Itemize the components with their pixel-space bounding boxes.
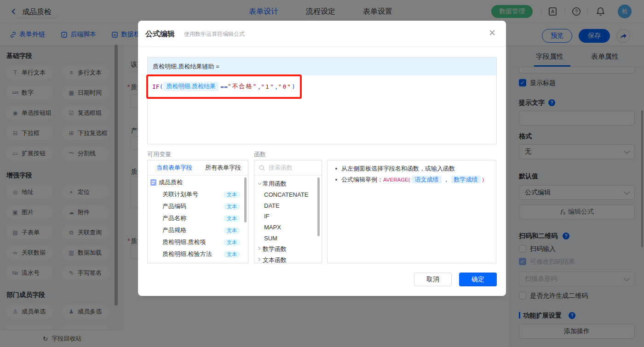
bullet [335,168,337,170]
function-group[interactable]: 文本函数 [254,255,322,266]
field-type-badge: 文本 [224,203,240,210]
tree-field[interactable]: 产品编码文本 [148,200,248,212]
function-search[interactable]: 搜索函数 [254,160,322,176]
variables-tab-1[interactable]: 当前表单字段 [156,164,192,172]
bullet [335,179,337,181]
formula-target: 质检明细.质检结果辅助 = [148,57,496,75]
tree-root[interactable]: 成品质检 [148,176,248,188]
form-icon [150,179,156,186]
confirm-button[interactable]: 确定 [459,273,497,286]
tree-field[interactable]: 质检明细.质检项文本 [148,236,248,248]
search-icon [259,165,265,171]
functions-scrollbar[interactable] [317,177,320,236]
chevron-right-icon [256,246,263,251]
search-placeholder: 搜索函数 [269,164,293,172]
tree-field[interactable]: 关联计划单号文本 [148,188,248,200]
annotation-highlight [146,74,302,99]
field-type-badge: 文本 [224,191,240,198]
cancel-button[interactable]: 取消 [414,273,452,286]
chevron-down-icon [256,181,263,186]
variables-scrollbar[interactable] [244,177,247,222]
function-item[interactable]: MAPX [254,222,322,233]
function-item[interactable]: SUM [254,233,322,244]
variables-tabs: 当前表单字段所有表单字段 [148,160,248,176]
dialog-subtitle: 使用数学运算符编辑公式 [184,30,245,38]
field-type-badge: 文本 [224,227,240,234]
formula-help-panel: 从左侧面板选择字段名和函数，或输入函数公式编辑举例：AVERAGE(语文成绩，数… [327,160,496,263]
functions-panel: 搜索函数 常用函数CONCATENATEDATEIFMAPXSUM数学函数文本函… [254,160,322,263]
field-type-badge: 文本 [224,251,240,258]
formula-editor: 质检明细.质检结果辅助 = IF(质检明细.质检结果=="不合格","1","0… [147,57,497,144]
functions-label: 函数 [254,150,266,159]
function-item[interactable]: DATE [254,200,322,211]
help-tip: 公式编辑举例：AVERAGE(语文成绩，数学成绩) [332,175,489,184]
help-tip: 从左侧面板选择字段名和函数，或输入函数 [332,164,489,173]
formula-edit-dialog: 公式编辑 使用数学运算符编辑公式 ✕ 质检明细.质检结果辅助 = IF(质检明细… [138,21,506,296]
function-group[interactable]: 数学函数 [254,244,322,255]
dialog-header: 公式编辑 使用数学运算符编辑公式 ✕ [138,21,506,47]
close-icon[interactable]: ✕ [488,28,497,38]
tree-field[interactable]: 质检明细.检验方法文本 [148,248,248,260]
field-type-badge: 文本 [224,215,240,222]
variables-panel: 当前表单字段所有表单字段 成品质检关联计划单号文本产品编码文本产品名称文本产品规… [147,160,248,263]
tree-field[interactable]: 产品规格文本 [148,224,248,236]
dialog-title: 公式编辑 [145,29,175,39]
function-group[interactable]: 常用函数 [254,178,322,189]
function-item[interactable]: IF [254,211,322,222]
chevron-right-icon [256,257,263,262]
function-item[interactable]: CONCATENATE [254,189,322,200]
variables-tab-2[interactable]: 所有表单字段 [205,164,241,172]
field-type-badge: 文本 [224,239,240,246]
tree-field[interactable]: 产品名称文本 [148,212,248,224]
variables-label: 可用变量 [147,150,171,159]
